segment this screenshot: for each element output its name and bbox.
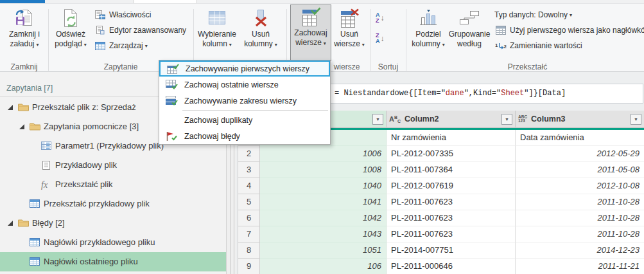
table-cell[interactable]: 1042 [260,210,387,226]
group-by-button[interactable]: Grupowanie według [448,6,491,58]
refresh-label-line2: podgląd [55,39,82,48]
data-type-button[interactable]: Typ danych: Dowolny▾ [494,8,572,22]
table-cell[interactable]: 1043 [260,226,387,242]
sidebar-item[interactable]: Błędy [2] [0,214,226,233]
group-label-close: Zamknij [0,62,48,72]
table-cell[interactable]: PL-2011-007623 [387,210,516,226]
row-number[interactable]: 3 [238,162,260,178]
table-cell[interactable]: 2011-05-08 [516,162,644,178]
filter-button[interactable]: ▼ [501,114,512,125]
parameter-icon [41,142,51,150]
table-cell[interactable]: PL-2011-007623 [387,194,516,210]
row-number[interactable]: 2 [238,146,260,162]
group-by-icon [448,6,491,30]
table-cell[interactable]: 2011-10-28 [516,226,644,242]
table-cell[interactable]: 2011-11-21 [516,259,644,274]
fx-icon: fx [41,181,48,189]
advanced-editor-label: Edytor zaawansowany [109,26,186,35]
row-number[interactable]: 8 [238,242,260,259]
file-tab-accent[interactable] [0,0,45,3]
sidebar-item-label: Przykładowy plik [55,160,117,170]
table-cell[interactable]: PL-2012-007335 [387,146,516,162]
row-number[interactable]: 7 [238,226,260,242]
table-cell[interactable]: 2012-10-08 [516,178,644,194]
tree-expand-arrow-icon[interactable] [19,124,24,129]
table-cell[interactable]: PL-2012-007619 [387,178,516,194]
group-label-sort: Sortuj [370,62,406,72]
table-cell[interactable]: PL-2011-000646 [387,259,516,274]
remove-rows-button[interactable]: Usuń wiersze▾ [331,6,367,58]
row-number[interactable]: 9 [238,259,260,274]
remove-rows-label-line1: Usuń [331,30,367,39]
column-header-3[interactable]: ABC123 Column3 ▼ [516,111,644,128]
menu-item[interactable]: Zachowaj błędy [159,128,330,144]
tree-expand-arrow-icon[interactable] [8,221,13,226]
table-icon [30,238,40,246]
sidebar-item[interactable]: Przekształć przykładowy plik [0,194,226,214]
remove-columns-button[interactable]: Usuń kolumny▾ [240,6,281,58]
tree-expand-arrow-icon[interactable] [8,105,13,110]
advanced-editor-button[interactable]: Edytor zaawansowany [94,23,194,37]
table-cell[interactable]: 106 [260,259,387,274]
folder-icon [18,103,29,111]
chevron-down-icon: ▾ [37,42,39,48]
menu-item[interactable]: Zachowywanie zakresu wierszy [159,93,330,109]
refresh-preview-icon [50,6,91,30]
row-number[interactable]: 5 [238,194,260,210]
table-cell[interactable]: 2011-10-28 [516,210,644,226]
table-cell[interactable]: 1051 [260,242,387,259]
sidebar-item[interactable]: fxPrzekształć plik [0,175,226,194]
menu-item[interactable]: Zachowaj ostatnie wiersze [159,77,330,93]
table-cell[interactable]: 1006 [260,146,387,162]
table-cell[interactable]: PL-2011-007623 [387,226,516,242]
remove-columns-icon [240,6,281,30]
choose-columns-icon [196,6,238,30]
manage-button[interactable]: Zarządzaj▾ [94,39,194,53]
folder-icon [30,122,40,131]
sort-descending-button[interactable]: ZA ↓ [376,30,400,48]
close-and-load-button[interactable]: Zamknij i załaduj▾ [3,6,46,58]
column-header-2[interactable]: ABC Column2 ▼ [387,111,516,128]
table-cell[interactable]: 1040 [260,178,387,194]
table-cell[interactable]: 1041 [260,194,387,210]
table-cell[interactable]: PL-2011-007364 [387,162,516,178]
keep-rows-button[interactable]: Zachowaj wiersze▾ [290,5,331,61]
filter-button[interactable]: ▼ [631,114,641,125]
choose-columns-button[interactable]: Wybieranie kolumn▾ [196,6,238,58]
row-number[interactable]: 6 [238,210,260,226]
refresh-label-line1: Odśwież [50,30,91,39]
sidebar-item[interactable]: Przykładowy plik [0,156,226,175]
table-cell[interactable]: 2012-05-29 [516,146,644,162]
table-cell[interactable]: PL-2014-007751 [387,242,516,259]
advanced-editor-icon [94,26,107,35]
properties-button[interactable]: Właściwości [94,8,194,22]
split-column-button[interactable]: Podziel kolumny▾ [410,6,447,58]
table-cell[interactable]: Nr zamówienia [387,130,516,146]
replace-values-icon: 12 [494,42,507,50]
filter-button[interactable]: ▼ [372,114,383,125]
menu-item[interactable]: Zachowaj duplikaty [159,112,330,128]
sort-ascending-button[interactable]: AZ ↓ [376,9,400,27]
split-column-icon [410,6,447,30]
menu-item[interactable]: Zachowywanie pierwszych wierszy [159,60,330,77]
power-query-editor-window: Zamknij i załaduj▾ Odśwież podgląd▾ Właś… [0,0,644,274]
sidebar-item-label: Przekształć przykładowy plik [44,199,150,208]
group-by-label-line2: według [448,39,491,49]
refresh-preview-button[interactable]: Odśwież podgląd▾ [50,6,91,58]
table-cell[interactable]: 1008 [260,162,387,178]
sidebar-item[interactable]: Nagłówki ostatniego pliku [0,252,226,271]
down-arrow-icon: ↓ [381,14,385,23]
sidebar-item[interactable]: Nagłówki przykładowego pliku [0,233,226,252]
replace-values-button[interactable]: 12 Zamienianie wartości [494,39,582,53]
table-cell[interactable]: 2014-12-23 [516,242,644,259]
row-number[interactable]: 4 [238,178,260,194]
active-ribbon-tab[interactable] [134,0,197,3]
use-first-row-button[interactable]: Użyj pierwszego wiersza jako nagłówków [494,23,644,37]
sidebar-item-label: Przekształć plik z: Sprzedaż [32,102,136,112]
table-cell[interactable]: Data zamówienia [516,130,644,146]
table-cell[interactable]: 2011-10-28 [516,194,644,210]
chevron-down-icon: ▾ [362,42,365,48]
chevron-down-icon: ▾ [324,41,326,46]
formula-part: = Niestandardowe{[Item=" [335,89,446,98]
table-row: 41040PL-2012-0076192012-10-08 [238,178,644,194]
